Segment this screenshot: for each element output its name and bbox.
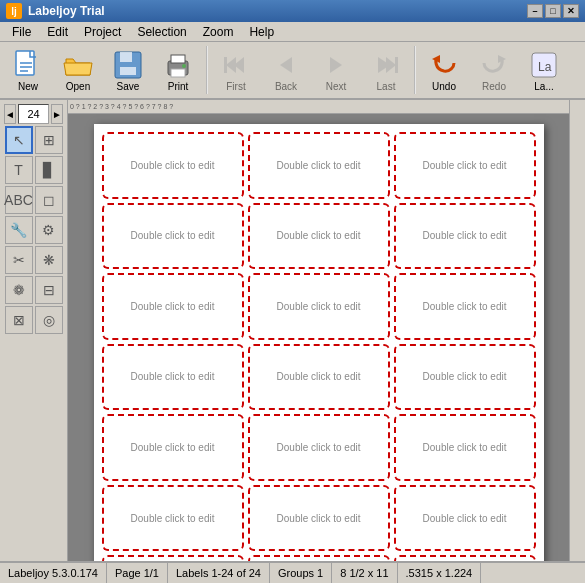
label-cell[interactable]: Double click to edit xyxy=(248,555,390,561)
menu-item-edit[interactable]: Edit xyxy=(39,23,76,41)
label-cell[interactable]: Double click to edit xyxy=(102,344,244,411)
left-tool-4-1[interactable]: ❋ xyxy=(35,246,63,274)
toolbar-separator xyxy=(206,46,208,94)
left-tool-2-0[interactable]: ABC xyxy=(5,186,33,214)
left-tool-row: T▊ xyxy=(5,156,63,184)
label-page: Double click to editDouble click to edit… xyxy=(94,124,544,561)
open-button[interactable]: Open xyxy=(54,44,102,96)
left-tool-0-1[interactable]: ⊞ xyxy=(35,126,63,154)
label-cell[interactable]: Double click to edit xyxy=(102,485,244,552)
left-tool-row: 🔧⚙ xyxy=(5,216,63,244)
new-button[interactable]: New xyxy=(4,44,52,96)
menu-item-zoom[interactable]: Zoom xyxy=(195,23,242,41)
close-button[interactable]: ✕ xyxy=(563,4,579,18)
label-cell[interactable]: Double click to edit xyxy=(102,555,244,561)
left-tool-row: ↖⊞ xyxy=(5,126,63,154)
status-size: 8 1/2 x 11 xyxy=(332,563,397,583)
svg-rect-18 xyxy=(395,57,398,73)
label-cell[interactable]: Double click to edit xyxy=(102,414,244,481)
back-button[interactable]: Back xyxy=(262,44,310,96)
labels-grid: Double click to editDouble click to edit… xyxy=(102,132,536,561)
svg-text:La: La xyxy=(538,60,552,74)
left-toolbar: ◄ 24 ► ↖⊞T▊ABC◻🔧⚙✂❋❁⊟⊠◎ xyxy=(0,100,68,561)
svg-marker-15 xyxy=(330,57,342,73)
toolbar: NewOpenSavePrintFirstBackNextLastUndoRed… xyxy=(0,42,585,100)
svg-point-10 xyxy=(182,64,186,68)
svg-rect-6 xyxy=(120,67,136,75)
label-cell[interactable]: Double click to edit xyxy=(394,485,536,552)
minimize-button[interactable]: – xyxy=(527,4,543,18)
left-tool-row: ⊠◎ xyxy=(5,306,63,334)
svg-rect-8 xyxy=(171,55,185,63)
statusbar: Labeljoy 5.3.0.174 Page 1/1 Labels 1-24 … xyxy=(0,561,585,583)
left-tool-5-0[interactable]: ❁ xyxy=(5,276,33,304)
status-coords: .5315 x 1.224 xyxy=(398,563,482,583)
main-area: ◄ 24 ► ↖⊞T▊ABC◻🔧⚙✂❋❁⊟⊠◎ 0 ? 1 ? 2 ? 3 ? … xyxy=(0,100,585,561)
label-cell[interactable]: Double click to edit xyxy=(102,203,244,270)
left-tool-0-0[interactable]: ↖ xyxy=(5,126,33,154)
left-tool-1-1[interactable]: ▊ xyxy=(35,156,63,184)
horizontal-ruler: 0 ? 1 ? 2 ? 3 ? 4 ? 5 ? 6 ? 7 ? 8 ? xyxy=(68,100,569,114)
svg-rect-5 xyxy=(120,52,132,62)
zoom-decrease[interactable]: ◄ xyxy=(4,104,16,124)
left-tool-row: ✂❋ xyxy=(5,246,63,274)
svg-marker-17 xyxy=(386,57,396,73)
left-tool-4-0[interactable]: ✂ xyxy=(5,246,33,274)
canvas-scroll[interactable]: Double click to editDouble click to edit… xyxy=(68,114,569,561)
label-cell[interactable]: Double click to edit xyxy=(248,273,390,340)
label-cell[interactable]: Double click to edit xyxy=(394,414,536,481)
save-button[interactable]: Save xyxy=(104,44,152,96)
label-cell[interactable]: Double click to edit xyxy=(102,273,244,340)
app-title: Labeljoy Trial xyxy=(28,4,527,18)
label-cell[interactable]: Double click to edit xyxy=(394,555,536,561)
menu-item-project[interactable]: Project xyxy=(76,23,129,41)
label-cell[interactable]: Double click to edit xyxy=(394,203,536,270)
svg-rect-13 xyxy=(224,57,227,73)
menu-item-selection[interactable]: Selection xyxy=(129,23,194,41)
left-tool-row: ABC◻ xyxy=(5,186,63,214)
left-tool-2-1[interactable]: ◻ xyxy=(35,186,63,214)
status-labels: Labels 1-24 of 24 xyxy=(168,563,270,583)
svg-marker-14 xyxy=(280,57,292,73)
left-tool-6-0[interactable]: ⊠ xyxy=(5,306,33,334)
label-cell[interactable]: Double click to edit xyxy=(248,344,390,411)
next-button[interactable]: Next xyxy=(312,44,360,96)
status-groups: Groups 1 xyxy=(270,563,332,583)
label-cell[interactable]: Double click to edit xyxy=(248,414,390,481)
label-cell[interactable]: Double click to edit xyxy=(248,485,390,552)
status-page: Page 1/1 xyxy=(107,563,168,583)
print-button[interactable]: Print xyxy=(154,44,202,96)
toolbar-separator xyxy=(414,46,416,94)
titlebar: lj Labeljoy Trial – □ ✕ xyxy=(0,0,585,22)
last-button[interactable]: Last xyxy=(362,44,410,96)
svg-rect-9 xyxy=(171,69,185,77)
maximize-button[interactable]: □ xyxy=(545,4,561,18)
zoom-value[interactable]: 24 xyxy=(18,104,49,124)
label-cell[interactable]: Double click to edit xyxy=(394,273,536,340)
menubar: FileEditProjectSelectionZoomHelp xyxy=(0,22,585,42)
label-cell[interactable]: Double click to edit xyxy=(248,132,390,199)
la-button[interactable]: LaLa... xyxy=(520,44,568,96)
first-button[interactable]: First xyxy=(212,44,260,96)
label-cell[interactable]: Double click to edit xyxy=(394,344,536,411)
menu-item-help[interactable]: Help xyxy=(241,23,282,41)
menu-item-file[interactable]: File xyxy=(4,23,39,41)
left-tool-3-1[interactable]: ⚙ xyxy=(35,216,63,244)
right-scrollbar[interactable] xyxy=(569,100,585,561)
label-cell[interactable]: Double click to edit xyxy=(102,132,244,199)
app-icon: lj xyxy=(6,3,22,19)
status-version: Labeljoy 5.3.0.174 xyxy=(0,563,107,583)
left-tool-row: ❁⊟ xyxy=(5,276,63,304)
left-tool-3-0[interactable]: 🔧 xyxy=(5,216,33,244)
zoom-increase[interactable]: ► xyxy=(51,104,63,124)
canvas-wrapper: 0 ? 1 ? 2 ? 3 ? 4 ? 5 ? 6 ? 7 ? 8 ? Doub… xyxy=(68,100,569,561)
label-cell[interactable]: Double click to edit xyxy=(248,203,390,270)
label-cell[interactable]: Double click to edit xyxy=(394,132,536,199)
left-tool-5-1[interactable]: ⊟ xyxy=(35,276,63,304)
left-tool-6-1[interactable]: ◎ xyxy=(35,306,63,334)
redo-button[interactable]: Redo xyxy=(470,44,518,96)
undo-button[interactable]: Undo xyxy=(420,44,468,96)
left-tool-1-0[interactable]: T xyxy=(5,156,33,184)
